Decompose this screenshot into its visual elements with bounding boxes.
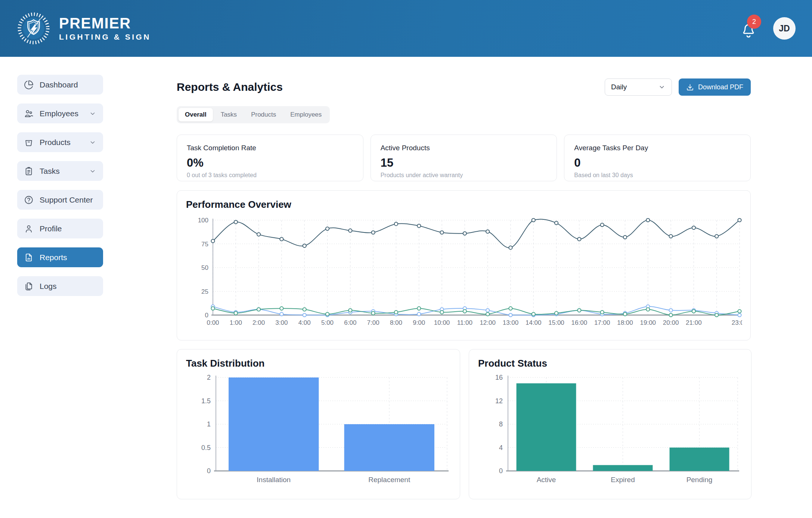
notification-badge: 2 (747, 15, 761, 29)
stat-card-active-products: Active Products15Products under active w… (371, 135, 557, 181)
svg-text:12:00: 12:00 (480, 319, 496, 326)
svg-text:14:00: 14:00 (526, 319, 542, 326)
report-file-icon (24, 253, 34, 262)
tab-overall[interactable]: Overall (179, 108, 213, 121)
stat-card-average-tasks-per-day: Average Tasks Per Day0Based on last 30 d… (564, 135, 751, 181)
stat-card-task-completion-rate: Task Completion Rate0%0 out of 3 tasks c… (177, 135, 363, 181)
pie-chart-icon (24, 80, 34, 90)
chevron-down-icon (89, 110, 96, 117)
download-pdf-button[interactable]: Download PDF (679, 78, 751, 96)
period-select[interactable]: Daily (605, 78, 672, 96)
report-tabs: OverallTasksProductsEmployees (177, 106, 330, 123)
stat-cards: Task Completion Rate0%0 out of 3 tasks c… (177, 135, 751, 181)
svg-text:1: 1 (207, 420, 211, 428)
user-icon (24, 224, 34, 234)
sidebar-item-label: Tasks (40, 167, 83, 176)
svg-text:12: 12 (495, 397, 503, 405)
svg-text:Installation: Installation (257, 476, 291, 484)
svg-text:3:00: 3:00 (275, 319, 288, 326)
product-status-chart: 0481216ActiveExpiredPending (478, 373, 742, 490)
chevron-down-icon (89, 167, 96, 175)
svg-text:18:00: 18:00 (617, 319, 633, 326)
svg-text:Pending: Pending (687, 476, 713, 484)
sidebar-item-label: Employees (40, 109, 83, 118)
users-icon (24, 109, 34, 118)
svg-text:0: 0 (205, 312, 208, 319)
stat-value: 0% (187, 156, 353, 170)
svg-text:0: 0 (499, 467, 503, 475)
brand-name: PREMIER (59, 15, 151, 31)
stat-label: Average Tasks Per Day (574, 144, 741, 152)
page-title: Reports & Analytics (177, 81, 283, 93)
tab-products[interactable]: Products (245, 108, 282, 121)
sidebar-item-profile[interactable]: Profile (17, 219, 103, 238)
svg-text:75: 75 (201, 241, 208, 248)
svg-text:9:00: 9:00 (413, 319, 425, 326)
main-content: Reports & Analytics Daily Download PDF O… (177, 57, 751, 499)
tab-tasks[interactable]: Tasks (214, 108, 243, 121)
stat-label: Task Completion Rate (187, 144, 353, 152)
sidebar-item-label: Profile (40, 224, 96, 233)
download-pdf-label: Download PDF (698, 83, 743, 91)
task-distribution-panel: Task Distribution 00.511.52InstallationR… (177, 349, 460, 499)
sidebar-item-products[interactable]: Products (17, 132, 103, 152)
sidebar-item-support-center[interactable]: Support Center (17, 190, 103, 210)
svg-text:5:00: 5:00 (321, 319, 334, 326)
sidebar-item-label: Logs (40, 282, 96, 291)
stat-subtext: Products under active warranty (381, 172, 547, 179)
sidebar-item-label: Support Center (40, 195, 96, 204)
svg-text:Replacement: Replacement (368, 476, 410, 484)
sidebar-item-label: Reports (40, 253, 96, 262)
stat-subtext: 0 out of 3 tasks completed (187, 172, 353, 179)
sidebar-item-tasks[interactable]: Tasks (17, 161, 103, 181)
svg-text:2: 2 (207, 374, 211, 381)
svg-text:19:00: 19:00 (640, 319, 656, 326)
help-circle-icon (24, 195, 34, 205)
svg-text:Active: Active (537, 476, 556, 484)
stat-value: 0 (574, 156, 741, 170)
avatar[interactable]: JD (773, 17, 796, 40)
svg-text:23:00: 23:00 (732, 319, 742, 326)
svg-text:Expired: Expired (611, 476, 635, 484)
stat-value: 15 (381, 156, 547, 170)
svg-text:7:00: 7:00 (367, 319, 379, 326)
svg-text:15:00: 15:00 (548, 319, 564, 326)
sidebar-item-logs[interactable]: Logs (17, 276, 103, 296)
svg-text:50: 50 (201, 264, 208, 271)
tab-employees[interactable]: Employees (284, 108, 328, 121)
svg-text:4: 4 (499, 444, 503, 451)
svg-text:100: 100 (198, 217, 208, 224)
svg-text:17:00: 17:00 (594, 319, 610, 326)
sidebar-item-label: Dashboard (40, 80, 96, 89)
svg-text:8:00: 8:00 (390, 319, 402, 326)
svg-text:1.5: 1.5 (201, 397, 211, 405)
svg-text:0:00: 0:00 (207, 319, 219, 326)
svg-text:0: 0 (207, 467, 211, 475)
sidebar-item-employees[interactable]: Employees (17, 104, 103, 123)
svg-text:1:00: 1:00 (230, 319, 242, 326)
svg-text:21:00: 21:00 (686, 319, 702, 326)
notifications-button[interactable]: 2 (740, 18, 759, 39)
svg-text:16:00: 16:00 (571, 319, 588, 326)
stat-subtext: Based on last 30 days (574, 172, 741, 179)
sidebar-item-dashboard[interactable]: Dashboard (17, 75, 103, 95)
download-icon (686, 83, 694, 91)
product-status-title: Product Status (478, 358, 742, 369)
clipboard-icon (24, 166, 34, 176)
svg-text:16: 16 (495, 374, 503, 381)
stat-label: Active Products (381, 144, 547, 152)
svg-text:20:00: 20:00 (663, 319, 679, 326)
basket-icon (24, 138, 34, 147)
task-distribution-chart: 00.511.52InstallationReplacement (186, 373, 451, 490)
sidebar-item-reports[interactable]: Reports (17, 247, 103, 267)
svg-text:6:00: 6:00 (344, 319, 356, 326)
brand: PREMIER LIGHTING & SIGN (16, 11, 151, 46)
brand-tagline: LIGHTING & SIGN (59, 33, 151, 41)
performance-overview-chart: 02550751000:001:002:003:004:005:006:007:… (186, 214, 741, 334)
svg-text:8: 8 (499, 420, 503, 428)
svg-text:25: 25 (201, 288, 208, 295)
logs-file-icon (24, 281, 34, 291)
sidebar: DashboardEmployeesProductsTasksSupport C… (17, 75, 103, 296)
svg-text:0.5: 0.5 (201, 444, 211, 451)
product-status-panel: Product Status 0481216ActiveExpiredPendi… (469, 349, 751, 499)
